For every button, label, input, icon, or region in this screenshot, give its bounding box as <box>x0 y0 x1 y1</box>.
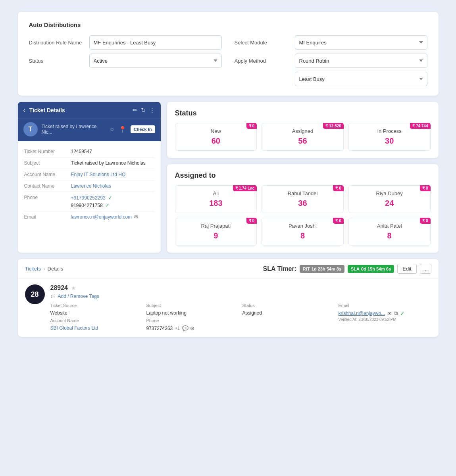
assigned-to-panel: Assigned to ₹ 1.74 Lac All 183 ₹ 0 Rahul… <box>167 164 439 253</box>
assigned-badge-raj: ₹ 0 <box>246 218 257 224</box>
meta-col-status: Status Assigned <box>242 303 335 331</box>
contact-name-link[interactable]: Lawrence Nicholas <box>71 183 111 189</box>
status-name-new: New <box>181 128 251 134</box>
refresh-icon[interactable]: ↻ <box>141 107 146 114</box>
plus-one: +1 <box>175 326 179 330</box>
chat-icon[interactable]: 💬 <box>182 325 189 331</box>
phone-link-1[interactable]: +917990252293 <box>71 195 106 201</box>
sla-prefix: SLA <box>351 267 360 271</box>
right-form-col: Select Module Mf Enquires Tickets Apply … <box>235 35 427 86</box>
email-send-icon[interactable]: ✉ <box>387 311 392 317</box>
assigned-name-raj: Raj Prajapati <box>181 223 251 229</box>
select-module-select[interactable]: Mf Enquires Tickets <box>295 35 427 50</box>
ticket-summary-content: 28924 ★ 🏷 Add / Remove Tags Ticket Sourc… <box>50 284 431 331</box>
distribution-rule-input[interactable] <box>89 35 222 50</box>
email-link[interactable]: lawrence.n@enjayworld.com <box>71 214 132 220</box>
ticket-number-value: 12459547 <box>71 149 92 154</box>
field-account-name: Account Name Enjay IT Solutions Ltd HQ <box>24 169 154 180</box>
sla-timer-section: SLA Timer: RIT 1d 23h 54m 8s SLA 0d 15h … <box>263 264 431 274</box>
back-icon[interactable]: ‹ <box>23 107 25 114</box>
assigned-name-anita: Anita Patel <box>354 223 425 229</box>
email-row: lawrence.n@enjayworld.com ✉ <box>71 214 139 220</box>
rit-prefix: RIT <box>303 267 310 271</box>
assigned-badge-pavan: ₹ 0 <box>333 218 343 224</box>
email-actions: krishnal.n@enjaywo... ✉ ⧉ ✓ Verified At:… <box>339 310 431 322</box>
ticket-body: Ticket Number 12459547 Subject Ticket ra… <box>18 141 161 227</box>
distribution-rule-row: Distribution Rule Name <box>29 35 222 50</box>
meta-col-email: Email krishnal.n@enjaywo... ✉ ⧉ ✓ Verifi… <box>339 303 431 331</box>
ticket-sub-header: T Ticket raised by Lawrence Nic... ☆ 📍 C… <box>18 119 161 141</box>
ticket-source-value: Website <box>50 310 143 316</box>
phone-label: Phone <box>24 195 68 200</box>
copy-icon[interactable]: ⧉ <box>394 310 398 317</box>
assigned-count-anita: 8 <box>354 231 425 240</box>
star-icon[interactable]: ☆ <box>110 126 115 132</box>
apply-method-row: Apply Method Round Robin Least Busy <box>235 54 427 68</box>
breadcrumb-sep: › <box>43 266 45 272</box>
apply-method-sub-select[interactable]: Least Busy Most Busy <box>295 72 427 86</box>
assigned-name-all: All <box>181 190 251 196</box>
account-name-link[interactable]: Enjay IT Solutions Ltd HQ <box>71 172 126 177</box>
two-panel-section: ‹ Ticket Details ✏ ↻ ⋮ T Ticket raised b… <box>18 102 439 253</box>
bottom-panel: Tickets › Details SLA Timer: RIT 1d 23h … <box>18 259 439 337</box>
status-card-new[interactable]: ₹ 0 New 60 <box>175 123 257 151</box>
status-cards: ₹ 0 New 60 ₹ 12,520 Assigned 56 ₹ 74,744… <box>175 123 431 151</box>
ticket-number-circle: 28 <box>25 284 45 304</box>
assigned-name-rahul: Rahul Tandel <box>267 190 338 196</box>
left-form-col: Distribution Rule Name Status Active Ina… <box>29 35 222 86</box>
assigned-card-anita[interactable]: ₹ 0 Anita Patel 8 <box>348 218 431 246</box>
status-name-inprocess: In Process <box>354 128 425 134</box>
assigned-card-rahul[interactable]: ₹ 0 Rahul Tandel 36 <box>262 185 344 213</box>
phone-item-1: +917990252293 ✓ <box>71 195 112 201</box>
select-module-row: Select Module Mf Enquires Tickets <box>235 35 427 50</box>
form-grid: Distribution Rule Name Status Active Ina… <box>29 35 427 86</box>
meta-col-source: Ticket Source Website Account Name SBI G… <box>50 303 143 331</box>
add-remove-tags[interactable]: Add / Remove Tags <box>58 294 100 299</box>
ticket-number-row: 28924 ★ <box>50 284 431 292</box>
assigned-card-raj[interactable]: ₹ 0 Raj Prajapati 9 <box>175 218 257 246</box>
status-badge-new: ₹ 0 <box>246 123 257 129</box>
field-email: Email lawrence.n@enjayworld.com ✉ <box>24 211 154 223</box>
email-label: Email <box>24 214 68 220</box>
status-card-assigned[interactable]: ₹ 12,520 Assigned 56 <box>262 123 344 151</box>
edit-button[interactable]: Edit <box>397 264 416 274</box>
assigned-card-riya[interactable]: ₹ 0 Riya Dubey 24 <box>348 185 431 213</box>
email-val[interactable]: krishnal.n@enjaywo... <box>339 311 385 316</box>
account-name-link2[interactable]: SBI Global Factors Ltd <box>50 325 143 331</box>
main-container: Auto Distributions Distribution Rule Nam… <box>18 12 439 337</box>
account-name-label2: Account Name <box>50 318 143 323</box>
apply-method-label: Apply Method <box>235 58 290 64</box>
account-name-label: Account Name <box>24 172 68 177</box>
subject-value2: Laptop not working <box>146 310 239 316</box>
breadcrumb-tickets[interactable]: Tickets <box>25 266 41 272</box>
check-icon: ✓ <box>400 310 405 317</box>
field-contact-name: Contact Name Lawrence Nicholas <box>24 180 154 192</box>
more-button[interactable]: ... <box>420 264 431 274</box>
ticket-star-icon[interactable]: ★ <box>71 285 76 291</box>
more-icon[interactable]: ⋮ <box>149 107 155 114</box>
apply-method-select[interactable]: Round Robin Least Busy <box>295 54 427 68</box>
assigned-title: Assigned to <box>175 171 431 180</box>
whatsapp-icon[interactable]: ⊛ <box>190 325 194 331</box>
status-card-inprocess[interactable]: ₹ 74,744 In Process 30 <box>348 123 431 151</box>
status-title: Status <box>175 109 431 117</box>
status-count-new: 60 <box>181 136 251 146</box>
breadcrumb-details: Details <box>48 266 63 272</box>
ticket-id: 28924 <box>50 284 68 292</box>
phone-label2: Phone <box>146 318 239 323</box>
select-module-label: Select Module <box>235 40 290 46</box>
edit-icon[interactable]: ✏ <box>133 107 138 114</box>
status-count-inprocess: 30 <box>354 136 425 146</box>
contact-name-label: Contact Name <box>24 183 68 189</box>
bottom-body: 28 28924 ★ 🏷 Add / Remove Tags Ticket So… <box>18 279 439 337</box>
assigned-card-all[interactable]: ₹ 1.74 Lac All 183 <box>175 185 257 213</box>
status-select[interactable]: Active Inactive <box>89 54 222 68</box>
phone-value2: 9737274363 <box>146 326 173 331</box>
ticket-header: ‹ Ticket Details ✏ ↻ ⋮ <box>18 102 161 119</box>
tags-row: 🏷 Add / Remove Tags <box>50 293 431 299</box>
status-row: Status Active Inactive <box>29 54 222 68</box>
verified-at: Verified At: 23/10/2023 09:52 PM <box>339 317 431 322</box>
assigned-card-pavan[interactable]: ₹ 0 Pavan Joshi 8 <box>262 218 344 246</box>
verified-icon-2: ✓ <box>105 202 110 208</box>
check-in-button[interactable]: Check In <box>131 125 155 133</box>
